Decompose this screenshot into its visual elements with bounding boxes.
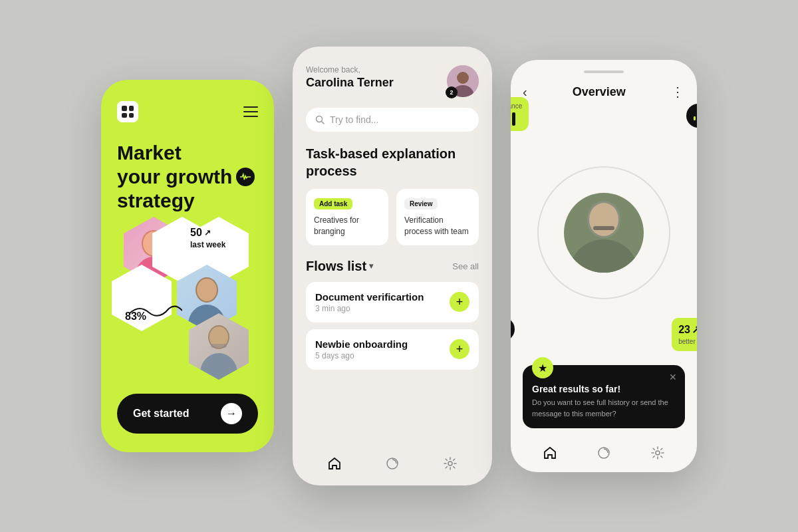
center-avatar <box>564 193 644 273</box>
flow1-add-button[interactable]: + <box>450 292 469 312</box>
phone-3: ‹ Overview ⋮ Performance <box>511 60 697 472</box>
flow2-time: 5 days ago <box>315 351 408 360</box>
flow2-add-button[interactable]: + <box>450 339 469 359</box>
flow1-name: Document verificartion <box>315 291 424 303</box>
svg-rect-17 <box>694 116 696 120</box>
tasks-row: Add task Creatives for branging Review V… <box>306 189 479 245</box>
phone3-header: ‹ Overview ⋮ <box>523 84 685 100</box>
big-circle <box>537 166 670 299</box>
bar-7 <box>512 112 515 126</box>
phone-2: Welcome back, Carolina Terner 2 <box>293 47 492 485</box>
flow-info-2: Newbie onboarding 5 days ago <box>315 338 408 360</box>
nav-settings-3[interactable] <box>649 444 666 462</box>
flow-item-1: Document verificartion 3 min ago + <box>306 282 479 323</box>
bottom-nav-3 <box>523 436 685 464</box>
notif-desc: Do you want to see full history or send … <box>532 397 676 419</box>
nav-chart-2[interactable] <box>384 455 401 472</box>
search-placeholder: Try to find... <box>330 114 378 125</box>
search-icon <box>315 115 325 124</box>
phone1-title: Market your growth strategy <box>117 141 258 213</box>
flow-item-2: Newbie onboarding 5 days ago + <box>306 329 479 370</box>
stat-1: 50↗ last week <box>190 226 225 250</box>
person-icon-circle[interactable] <box>511 317 515 341</box>
welcome-text: Welcome back, <box>306 65 394 74</box>
phone-1: Market your growth strategy <box>101 80 274 452</box>
performance-badge: Performance <box>511 97 529 131</box>
close-button[interactable]: ✕ <box>669 372 677 382</box>
performance-label: Performance <box>511 102 522 110</box>
title-line2: your growth <box>117 165 255 189</box>
results-arrow: ↗ <box>692 323 697 337</box>
notif-title: Great results so far! <box>532 384 676 394</box>
stat-2: 83% <box>125 310 146 324</box>
svg-point-16 <box>448 462 452 466</box>
overview-title: Overview <box>573 85 626 99</box>
results-label: better results <box>678 337 697 346</box>
section-title: Task-based explanation process <box>306 145 479 180</box>
nav-home-3[interactable] <box>541 444 559 462</box>
circle-diagram: Performance <box>517 110 690 354</box>
chart-icon-circle[interactable] <box>686 104 697 128</box>
svg-line-14 <box>322 122 325 124</box>
get-started-button[interactable]: Get started → <box>117 394 258 434</box>
hex-area: 50↗ last week <box>117 217 258 363</box>
avatar-badge: 2 <box>446 86 458 98</box>
svg-point-7 <box>200 353 237 380</box>
svg-point-26 <box>656 451 660 455</box>
chevron-down-icon: ▾ <box>369 261 373 271</box>
task-card-2[interactable]: Review Verification process with team <box>396 189 479 245</box>
task-card-1[interactable]: Add task Creatives for branging <box>306 189 388 245</box>
phone1-header <box>117 101 258 122</box>
task1-desc: Creatives for branging <box>314 215 380 237</box>
grid-icon[interactable] <box>117 101 138 122</box>
notification-card: ★ ✕ Great results so far! Do you want to… <box>523 365 685 428</box>
svg-point-11 <box>457 72 469 84</box>
bottom-nav-2 <box>306 447 479 475</box>
svg-point-21 <box>571 239 637 273</box>
nav-settings-2[interactable] <box>442 455 459 472</box>
pulse-icon <box>236 168 255 186</box>
flow2-name: Newbie onboarding <box>315 338 408 350</box>
task2-tag: Review <box>404 198 438 209</box>
flow-info-1: Document verificartion 3 min ago <box>315 291 424 313</box>
title-line1: Market <box>117 141 258 165</box>
nav-chart-3[interactable] <box>595 444 612 462</box>
nav-home-2[interactable] <box>326 455 343 472</box>
flows-header: Flows list ▾ See all <box>306 259 479 274</box>
results-badge: 23 ↗ better results <box>672 318 697 351</box>
svg-point-22 <box>589 203 618 236</box>
task1-tag: Add task <box>314 198 352 209</box>
more-button[interactable]: ⋮ <box>671 84 685 100</box>
user-avatar-wrapper[interactable]: 2 <box>447 65 479 97</box>
svg-rect-9 <box>211 344 227 348</box>
svg-rect-23 <box>593 226 614 230</box>
phones-container: Market your growth strategy <box>101 47 697 485</box>
cta-arrow: → <box>221 403 242 424</box>
task2-desc: Verification process with team <box>404 215 471 237</box>
user-info: Welcome back, Carolina Terner <box>306 65 394 90</box>
see-all-link[interactable]: See all <box>452 261 479 271</box>
phone-notch <box>584 70 624 73</box>
user-name: Carolina Terner <box>306 76 394 90</box>
flows-title[interactable]: Flows list ▾ <box>306 259 373 274</box>
title-line3: strategy <box>117 189 258 213</box>
performance-bars <box>511 112 522 126</box>
user-header: Welcome back, Carolina Terner 2 <box>306 65 479 97</box>
svg-point-5 <box>197 279 217 301</box>
star-icon: ★ <box>532 357 553 378</box>
flow1-time: 3 min ago <box>315 304 424 313</box>
menu-icon[interactable] <box>243 106 258 117</box>
results-num: 23 ↗ <box>678 323 697 337</box>
search-bar[interactable]: Try to find... <box>306 108 479 132</box>
